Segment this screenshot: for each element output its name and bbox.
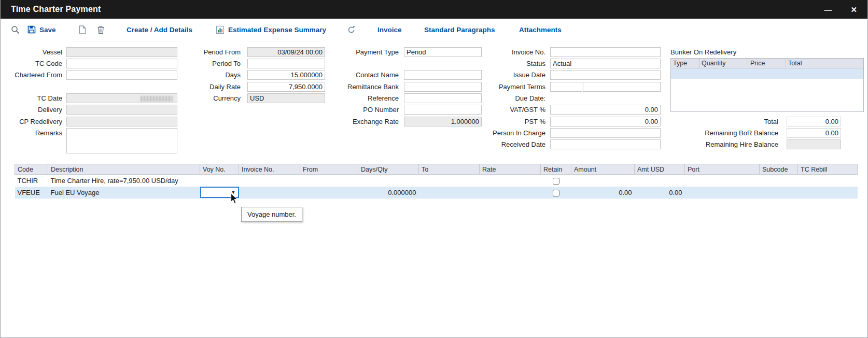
daily-rate-field[interactable]: [247, 82, 325, 92]
daily-rate-label: Daily Rate: [182, 82, 242, 92]
cell-invoice-no[interactable]: [239, 187, 300, 199]
col-amount[interactable]: Amount: [571, 164, 635, 175]
cell-amount[interactable]: [571, 175, 635, 187]
bunker-empty-row[interactable]: [671, 68, 863, 79]
remarks-field[interactable]: [66, 128, 177, 153]
vat-gst-field[interactable]: [550, 105, 661, 115]
bunker-total-field: [787, 117, 841, 126]
cell-days-qty[interactable]: 0.000000: [358, 187, 419, 199]
document-button[interactable]: [78, 19, 86, 40]
redacted-value: [141, 96, 173, 102]
chartered-from-field[interactable]: [66, 70, 177, 80]
col-code[interactable]: Code: [15, 164, 48, 175]
delete-button[interactable]: [97, 19, 105, 40]
person-in-charge-label: Person In Charge: [470, 128, 547, 138]
save-button[interactable]: Save: [27, 19, 56, 40]
col-days-qty[interactable]: Days/Qty: [358, 164, 419, 175]
cell-code[interactable]: TCHIR: [15, 175, 48, 187]
period-from-field: [247, 47, 325, 57]
payment-lines-grid: Code Description Voy No. Invoice No. Fro…: [15, 164, 858, 199]
cell-from[interactable]: [300, 187, 358, 199]
invoice-no-field[interactable]: [550, 47, 661, 57]
received-date-field[interactable]: [550, 139, 661, 149]
voyage-number-tooltip: Voyage number.: [241, 207, 302, 222]
col-port[interactable]: Port: [685, 164, 760, 175]
grid-row-tchir[interactable]: TCHIR Time Charter Hire, rate=7,950.00 U…: [15, 175, 858, 187]
cell-tc-rebill[interactable]: [798, 187, 858, 199]
pst-label: PST %: [470, 117, 547, 126]
vat-gst-label: VAT/GST %: [470, 105, 547, 115]
col-description[interactable]: Description: [48, 164, 200, 175]
col-tc-rebill[interactable]: TC Rebill: [798, 164, 858, 175]
window-title: Time Charter Payment: [11, 5, 101, 14]
minimize-button[interactable]: —: [824, 6, 832, 13]
col-from[interactable]: From: [300, 164, 358, 175]
refresh-icon: [347, 25, 356, 34]
cell-amt-usd[interactable]: 0.00: [635, 187, 685, 199]
days-field[interactable]: [247, 70, 325, 80]
cell-to[interactable]: [419, 187, 480, 199]
pst-field[interactable]: [550, 117, 661, 126]
remaining-bor-balance-field: [787, 128, 841, 138]
delivery-label: Delivery: [1, 105, 63, 115]
cell-amount[interactable]: 0.00: [571, 187, 635, 199]
payment-terms-label: Payment Terms: [470, 82, 547, 92]
cell-rate[interactable]: [480, 187, 541, 199]
cell-from[interactable]: [300, 175, 358, 187]
tc-code-field[interactable]: [66, 59, 177, 68]
bunker-col-total: Total: [786, 59, 863, 68]
bunker-col-quantity: Quantity: [699, 59, 748, 68]
search-button[interactable]: [11, 19, 20, 40]
estimated-expense-summary-label: Estimated Expense Summary: [228, 26, 326, 34]
cell-invoice-no[interactable]: [239, 175, 300, 187]
col-to[interactable]: To: [419, 164, 480, 175]
cell-amt-usd[interactable]: [635, 175, 685, 187]
cell-port[interactable]: [685, 187, 760, 199]
vessel-label: Vessel: [1, 47, 63, 57]
toolbar: Save Create / Add Details Estimated Expe…: [1, 19, 867, 40]
create-add-details-button[interactable]: Create / Add Details: [127, 19, 192, 40]
attachments-button[interactable]: Attachments: [519, 19, 562, 40]
col-rate[interactable]: Rate: [480, 164, 541, 175]
payment-terms-code-field[interactable]: [550, 82, 582, 92]
status-field[interactable]: [550, 59, 661, 68]
cell-subcode[interactable]: [760, 175, 798, 187]
cp-redelivery-label: CP Redelivery: [1, 117, 63, 126]
cell-subcode[interactable]: [760, 187, 798, 199]
period-to-field[interactable]: [247, 59, 325, 68]
person-in-charge-field[interactable]: [550, 128, 661, 138]
document-icon: [78, 25, 86, 34]
days-label: Days: [182, 70, 242, 80]
col-retain[interactable]: Retain: [541, 164, 571, 175]
contact-name-label: Contact Name: [332, 70, 400, 80]
payment-terms-desc-field[interactable]: [583, 82, 661, 92]
cell-description[interactable]: Time Charter Hire, rate=7,950.00 USD/day: [48, 175, 200, 187]
cell-days-qty[interactable]: [358, 175, 419, 187]
col-subcode[interactable]: Subcode: [760, 164, 798, 175]
cell-tc-rebill[interactable]: [798, 175, 858, 187]
cell-to[interactable]: [419, 175, 480, 187]
grid-row-vfeue[interactable]: VFEUE Fuel EU Voyage ▼ 0.000000 0.00 0.0…: [15, 187, 858, 199]
col-invoice-no[interactable]: Invoice No.: [239, 164, 300, 175]
cell-voy-no[interactable]: [200, 175, 239, 187]
cell-port[interactable]: [685, 175, 760, 187]
issue-date-field[interactable]: [550, 70, 661, 80]
cell-description[interactable]: Fuel EU Voyage: [48, 187, 200, 199]
cell-retain: [541, 175, 571, 187]
col-amt-usd[interactable]: Amt USD: [635, 164, 685, 175]
window-controls: — ✕: [824, 6, 857, 13]
cell-code[interactable]: VFEUE: [15, 187, 48, 199]
close-button[interactable]: ✕: [850, 6, 857, 13]
estimated-expense-summary-button[interactable]: Estimated Expense Summary: [216, 19, 326, 40]
bunker-total-label: Total: [690, 117, 779, 126]
col-voy-no[interactable]: Voy No.: [200, 164, 239, 175]
attachments-label: Attachments: [519, 26, 562, 34]
invoice-button[interactable]: Invoice: [377, 19, 402, 40]
bunker-on-redelivery-title: Bunker On Redelivery: [670, 47, 785, 57]
grid-header-row: Code Description Voy No. Invoice No. Fro…: [15, 164, 858, 175]
standard-paragraphs-button[interactable]: Standard Paragraphs: [424, 19, 495, 40]
cell-rate[interactable]: [480, 175, 541, 187]
retain-checkbox[interactable]: [553, 190, 559, 196]
refresh-button[interactable]: [347, 19, 356, 40]
retain-checkbox[interactable]: [553, 178, 559, 185]
